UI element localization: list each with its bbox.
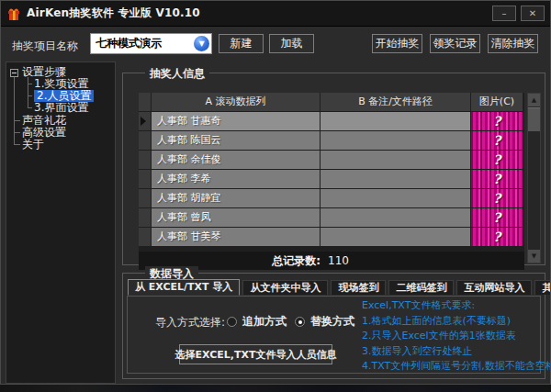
question-mark-image: ?: [493, 230, 500, 243]
format-note: 2.只导入Excel文件的第1张数据表: [362, 329, 545, 344]
format-requirements: Excel,TXT文件格式要求: 1.格式如上面的信息表(不要标题) 2.只导入…: [362, 298, 545, 375]
table-row[interactable]: 人事部 陈国云 ?: [139, 131, 524, 150]
close-button[interactable]: ✕: [521, 6, 545, 21]
total-records-value: 110: [320, 254, 349, 267]
import-groupbox: 数据导入 从 EXCEL/TXT 导入 从文件夹中导入 现场签到 二维码签到 互…: [122, 273, 545, 379]
cell-image: ?: [471, 228, 523, 246]
tree-line: [14, 77, 15, 145]
tree-line: [28, 95, 32, 96]
cell-name: 人事部 甘惠奇: [152, 112, 320, 130]
table-scrollbar[interactable]: ▲ ▼: [527, 93, 541, 263]
new-button[interactable]: 新建: [219, 34, 264, 53]
cell-remark: [320, 208, 470, 227]
import-tabstrip: 从 EXCEL/TXT 导入 从文件夹中导入 现场签到 二维码签到 互动网站导入…: [128, 279, 551, 295]
column-header-image[interactable]: 图片(C): [471, 93, 523, 111]
row-selector: [139, 112, 151, 130]
table-row[interactable]: 人事部 甘美琴 ?: [139, 228, 524, 246]
tree-line: [14, 144, 20, 145]
radio-replace-label: 替换方式: [310, 314, 354, 330]
tree-node-ui-settings[interactable]: 3.界面设置: [34, 102, 88, 114]
row-selector: [139, 208, 151, 227]
question-mark-image: ?: [493, 134, 500, 147]
window-bottom-artifact: [0, 385, 551, 392]
question-mark-image: ?: [493, 153, 500, 166]
cell-name: 人事部 余佳俊: [152, 151, 320, 169]
project-name-label: 抽奖项目名称: [12, 39, 78, 54]
app-window: AirKen抽奖软件 专业版 V10.10 – ✕ 抽奖项目名称 七种模式演示 …: [0, 0, 551, 385]
gift-icon: [6, 6, 21, 21]
table-row[interactable]: 人事部 余佳俊 ?: [139, 151, 524, 169]
cell-remark: [320, 112, 470, 130]
import-mode-label: 导入方式选择:: [155, 315, 225, 330]
minimize-button[interactable]: –: [492, 6, 516, 21]
format-note: 1.格式如上面的信息表(不要标题): [362, 314, 545, 330]
column-header-b[interactable]: B 备注/文件路径: [320, 93, 470, 111]
load-button[interactable]: 加载: [269, 34, 314, 53]
tab-website-import[interactable]: 互动网站导入: [456, 280, 532, 295]
clear-lottery-button[interactable]: 清除抽奖: [488, 34, 538, 53]
radio-append-mode[interactable]: 追加方式: [227, 314, 287, 330]
question-mark-image: ?: [493, 115, 500, 128]
radio-icon: [227, 317, 237, 327]
tab-onsite-signin[interactable]: 现场签到: [331, 280, 386, 295]
radio-replace-mode[interactable]: 替换方式: [295, 314, 354, 330]
people-group-title: 抽奖人信息: [145, 66, 209, 82]
cell-image: ?: [471, 151, 523, 169]
cell-name: 人事部 曾凤: [152, 208, 320, 227]
cell-name: 人事部 陈国云: [152, 131, 320, 150]
tree-line: [28, 107, 32, 108]
tab-other-systems[interactable]: 其他系统导入: [534, 280, 551, 295]
table-row[interactable]: 人事部 李希 ?: [139, 170, 524, 188]
scroll-up-icon[interactable]: ▲: [528, 94, 540, 106]
format-requirements-title: Excel,TXT文件格式要求:: [362, 298, 545, 314]
cell-image: ?: [471, 208, 523, 227]
cell-image: ?: [471, 189, 523, 207]
tab-folder-import[interactable]: 从文件夹中导入: [242, 280, 328, 295]
question-mark-image: ?: [493, 211, 500, 224]
cell-name: 人事部 胡静宜: [152, 189, 320, 207]
start-lottery-button[interactable]: 开始抽奖: [372, 34, 422, 53]
cell-remark: [320, 131, 470, 150]
table-row[interactable]: 人事部 甘惠奇 ?: [139, 112, 524, 130]
tree-line: [28, 84, 32, 84]
question-mark-image: ?: [493, 192, 500, 205]
cell-name: 人事部 李希: [152, 170, 320, 188]
cell-remark: [320, 189, 470, 207]
titlebar: AirKen抽奖软件 专业版 V10.10 – ✕: [1, 1, 550, 27]
format-note: 3.数据导入到空行处终止: [362, 344, 545, 360]
cell-remark: [320, 228, 470, 246]
import-tabpanel: 导入方式选择: 追加方式 替换方式 选择EXCEL,TXT文件导入人员信息 Ex…: [127, 296, 541, 374]
settings-tree: 设置步骤 1.奖项设置 2.人员设置 3.界面设置 声音礼花 高级设置 关于: [6, 62, 116, 384]
award-records-button[interactable]: 领奖记录: [430, 34, 480, 53]
table-row[interactable]: 人事部 胡静宜 ?: [139, 189, 524, 207]
cell-image: ?: [471, 112, 523, 130]
combo-dropdown-icon[interactable]: ▼: [194, 36, 209, 51]
table-row[interactable]: 人事部 曾凤 ?: [139, 208, 524, 227]
cell-remark: [320, 170, 470, 188]
project-combobox[interactable]: 七种模式演示 ▼: [90, 33, 212, 54]
current-row-arrow-icon: [141, 117, 146, 126]
scroll-thumb[interactable]: [528, 107, 540, 131]
cell-name: 人事部 甘美琴: [152, 228, 320, 246]
tab-qrcode-signin[interactable]: 二维码签到: [388, 280, 454, 295]
row-selector: [139, 151, 151, 169]
row-selector-header: [139, 93, 151, 111]
tree-line: [14, 132, 20, 133]
scroll-down-icon[interactable]: ▼: [528, 250, 540, 263]
row-selector: [139, 228, 151, 246]
radio-icon: [295, 317, 305, 327]
row-selector: [139, 170, 151, 188]
people-groupbox: 抽奖人信息 A 滚动数据列 B 备注/文件路径 图片(C) 人事部 甘惠奇 ? …: [122, 73, 545, 265]
tree-node-about[interactable]: 关于: [22, 139, 44, 151]
question-mark-image: ?: [493, 173, 500, 185]
window-title: AirKen抽奖软件 专业版 V10.10: [27, 6, 200, 21]
tab-excel-txt-import[interactable]: 从 EXCEL/TXT 导入: [128, 279, 240, 296]
row-selector: [139, 131, 151, 150]
cell-image: ?: [471, 131, 523, 150]
format-note: 4.TXT文件列间隔逗号分割,数据不能含空格: [362, 359, 545, 375]
table-header-row: A 滚动数据列 B 备注/文件路径 图片(C): [139, 93, 524, 111]
cell-remark: [320, 151, 470, 169]
column-header-a[interactable]: A 滚动数据列: [152, 93, 320, 111]
tree-collapse-icon[interactable]: [10, 69, 18, 77]
choose-file-button[interactable]: 选择EXCEL,TXT文件导入人员信息: [179, 344, 332, 364]
